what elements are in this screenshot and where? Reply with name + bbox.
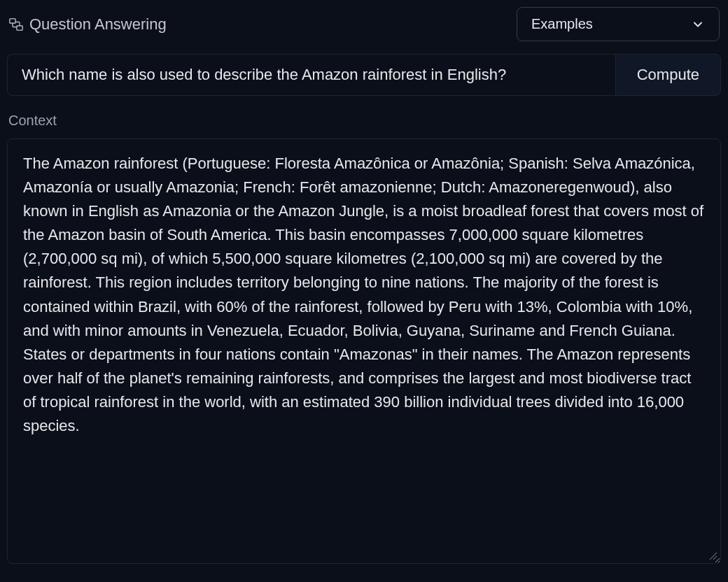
svg-line-2 bbox=[710, 553, 717, 560]
input-row: Compute bbox=[7, 54, 721, 96]
examples-dropdown[interactable]: Examples bbox=[517, 7, 720, 41]
context-label: Context bbox=[7, 113, 721, 129]
question-answering-icon bbox=[8, 17, 24, 32]
context-textarea[interactable]: The Amazon rainforest (Portuguese: Flore… bbox=[7, 139, 721, 564]
resize-handle-icon[interactable] bbox=[708, 551, 718, 560]
compute-button[interactable]: Compute bbox=[615, 54, 721, 96]
question-input[interactable] bbox=[7, 54, 615, 96]
page-title: Question Answering bbox=[29, 15, 167, 34]
svg-rect-1 bbox=[17, 25, 22, 29]
svg-rect-0 bbox=[10, 18, 15, 22]
title-group: Question Answering bbox=[8, 15, 167, 34]
header-row: Question Answering Examples bbox=[7, 7, 721, 41]
examples-dropdown-label: Examples bbox=[531, 16, 593, 32]
chevron-down-icon bbox=[691, 17, 705, 31]
svg-line-3 bbox=[713, 556, 717, 560]
context-text: The Amazon rainforest (Portuguese: Flore… bbox=[23, 155, 704, 434]
